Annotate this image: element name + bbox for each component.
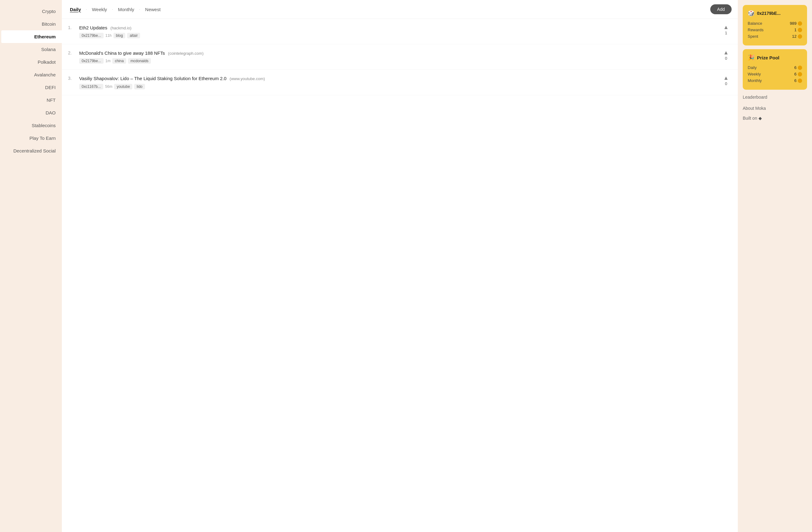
sidebar-item-dao[interactable]: DAO — [0, 106, 62, 119]
post-meta: 0x2179be...1mchinamcdonalds — [79, 58, 717, 64]
coin-icon-spent — [798, 34, 802, 39]
sidebar-item-polkadot[interactable]: Polkadot — [0, 56, 62, 68]
post-tag[interactable]: youtube — [114, 84, 132, 89]
prize-icon: 🎉 — [748, 54, 754, 61]
tab-separator-3: · — [139, 7, 140, 12]
vote-count: 1 — [725, 31, 727, 35]
tab-monthly[interactable]: Monthly — [116, 5, 136, 13]
spent-label: Spent — [748, 34, 758, 39]
prize-pool-card: 🎉 Prize Pool Daily 6 Weekly 6 Monthly 6 — [743, 49, 807, 90]
prize-daily-label: Daily — [748, 65, 757, 70]
wallet-balance-row: Balance 989 — [748, 21, 802, 26]
wallet-header: 🎲 0x2179bE... — [748, 10, 802, 17]
right-panel: 🎲 0x2179bE... Balance 989 Rewards 1 Spen… — [738, 0, 812, 532]
sidebar: CryptoBitcoinEthereumSolanaPolkadotAvala… — [0, 0, 62, 532]
post-meta: 0x2179be...11hblogaltair — [79, 33, 717, 38]
tab-newest[interactable]: Newest — [143, 5, 162, 13]
wallet-card: 🎲 0x2179bE... Balance 989 Rewards 1 Spen… — [743, 5, 807, 45]
post-address: 0xc1167b... — [79, 84, 103, 89]
prize-monthly-value: 6 — [794, 78, 802, 83]
coin-icon-rewards — [798, 28, 802, 32]
post-source[interactable]: (cointelegraph.com) — [168, 51, 203, 56]
sidebar-item-defi[interactable]: DEFI — [0, 81, 62, 94]
sidebar-item-decentralized-social[interactable]: Decentralized Social — [0, 144, 62, 157]
sidebar-item-ethereum[interactable]: Ethereum — [1, 30, 62, 43]
topbar: Daily·Weekly·Monthly·NewestAdd — [62, 0, 738, 19]
prize-weekly-label: Weekly — [748, 72, 761, 76]
post-meta: 0xc1167b...56myoutubelido — [79, 84, 717, 89]
vote-area: ▲0 — [721, 50, 731, 61]
sidebar-item-play-to-earn[interactable]: Play To Earn — [0, 132, 62, 144]
post-tag[interactable]: altair — [127, 33, 140, 38]
post-tag[interactable]: china — [112, 58, 126, 64]
coin-icon-daily — [798, 66, 802, 70]
tab-weekly[interactable]: Weekly — [90, 5, 109, 13]
prize-monthly-label: Monthly — [748, 78, 762, 83]
post-item: 2.McDonald's China to give away 188 NFTs… — [62, 44, 738, 70]
upvote-arrow[interactable]: ▲ — [723, 75, 729, 81]
sidebar-item-nft[interactable]: NFT — [0, 94, 62, 106]
post-content: Vasiliy Shapovalov: Lido – The Liquid St… — [79, 75, 717, 89]
post-title[interactable]: McDonald's China to give away 188 NFTs (… — [79, 50, 717, 56]
vote-area: ▲1 — [721, 25, 731, 35]
post-item: 3.Vasiliy Shapovalov: Lido – The Liquid … — [62, 70, 738, 95]
add-button[interactable]: Add — [710, 4, 731, 14]
post-time: 1m — [105, 59, 111, 63]
post-content: Eth2 Updates (hackmd.io)0x2179be...11hbl… — [79, 25, 717, 38]
post-title[interactable]: Eth2 Updates (hackmd.io) — [79, 25, 717, 31]
main-content: Daily·Weekly·Monthly·NewestAdd 1.Eth2 Up… — [62, 0, 738, 532]
prize-header: 🎉 Prize Pool — [748, 54, 802, 61]
post-number: 2. — [68, 50, 75, 55]
diamond-icon: ◆ — [758, 116, 762, 120]
post-address: 0x2179be... — [79, 58, 104, 64]
post-number: 1. — [68, 25, 75, 30]
prize-weekly-row: Weekly 6 — [748, 72, 802, 76]
prize-daily-row: Daily 6 — [748, 65, 802, 70]
post-address: 0x2179be... — [79, 33, 104, 38]
sidebar-item-avalanche[interactable]: Avalanche — [0, 68, 62, 81]
post-tag[interactable]: mcdonalds — [128, 58, 151, 64]
post-tag[interactable]: lido — [134, 84, 145, 89]
built-on: Built on ◆ — [743, 116, 807, 120]
sidebar-item-solana[interactable]: Solana — [0, 43, 62, 56]
post-number: 3. — [68, 75, 75, 81]
vote-count: 0 — [725, 56, 727, 61]
posts-list: 1.Eth2 Updates (hackmd.io)0x2179be...11h… — [62, 19, 738, 95]
post-title[interactable]: Vasiliy Shapovalov: Lido – The Liquid St… — [79, 75, 717, 82]
rewards-label: Rewards — [748, 28, 764, 32]
vote-count: 0 — [725, 81, 727, 86]
post-source[interactable]: (hackmd.io) — [111, 26, 131, 30]
balance-label: Balance — [748, 21, 762, 26]
wallet-address: 0x2179bE... — [757, 11, 781, 16]
balance-value: 989 — [790, 21, 802, 26]
post-time: 56m — [105, 84, 112, 89]
tab-daily[interactable]: Daily — [68, 5, 83, 13]
wallet-spent-row: Spent 12 — [748, 34, 802, 39]
tab-separator-2: · — [112, 7, 113, 12]
upvote-arrow[interactable]: ▲ — [723, 50, 729, 55]
coin-icon-weekly — [798, 72, 802, 76]
leaderboard-link[interactable]: Leaderboard — [743, 94, 807, 101]
about-link[interactable]: About Moka — [743, 104, 807, 112]
post-tag[interactable]: blog — [114, 33, 126, 38]
wallet-rewards-row: Rewards 1 — [748, 28, 802, 32]
coin-icon-monthly — [798, 78, 802, 83]
post-item: 1.Eth2 Updates (hackmd.io)0x2179be...11h… — [62, 19, 738, 44]
rewards-value: 1 — [794, 28, 802, 32]
prize-daily-value: 6 — [794, 65, 802, 70]
sidebar-item-bitcoin[interactable]: Bitcoin — [0, 18, 62, 30]
upvote-arrow[interactable]: ▲ — [723, 25, 729, 30]
prize-title: Prize Pool — [757, 55, 780, 60]
post-time: 11h — [105, 33, 112, 38]
post-content: McDonald's China to give away 188 NFTs (… — [79, 50, 717, 64]
prize-weekly-value: 6 — [794, 72, 802, 76]
spent-value: 12 — [792, 34, 802, 39]
coin-icon — [798, 21, 802, 26]
sidebar-item-stablecoins[interactable]: Stablecoins — [0, 119, 62, 132]
prize-monthly-row: Monthly 6 — [748, 78, 802, 83]
vote-area: ▲0 — [721, 75, 731, 86]
wallet-icon: 🎲 — [748, 10, 754, 17]
tab-separator-1: · — [86, 7, 87, 12]
post-source[interactable]: (www.youtube.com) — [230, 76, 265, 81]
sidebar-item-crypto[interactable]: Crypto — [0, 5, 62, 18]
